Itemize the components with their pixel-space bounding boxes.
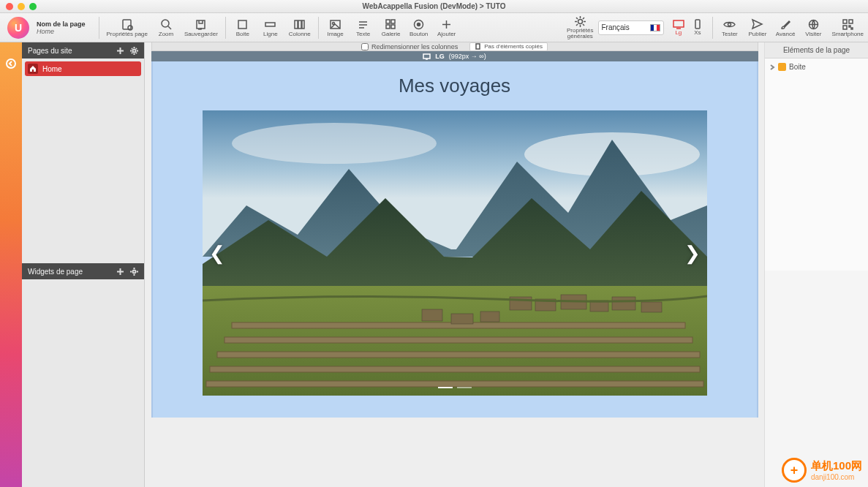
plus-icon[interactable] [116, 47, 124, 55]
widgets-panel-title: Widgets de page [28, 268, 83, 276]
toolbar-label: Image [328, 31, 344, 37]
save-button[interactable]: Sauvegarder [180, 14, 222, 42]
toolbar-label: Bouton [410, 31, 428, 37]
column-tool-button[interactable]: Colonne [284, 14, 315, 42]
clipboard-icon [475, 43, 481, 50]
breakpoint-name: LG [435, 53, 445, 60]
language-label: Français [602, 23, 630, 31]
zoom-button[interactable]: Zoom [152, 14, 180, 42]
svg-rect-61 [422, 309, 442, 321]
box-icon [236, 18, 249, 31]
qr-icon [842, 18, 854, 31]
svg-rect-26 [695, 20, 700, 29]
svg-rect-50 [217, 352, 700, 358]
toolbar-label: Tester [722, 31, 738, 37]
line-icon [264, 18, 276, 31]
page-properties-button[interactable]: Propriétés page [102, 14, 152, 42]
clipboard-label: Pas d'éléments copiés [484, 43, 543, 50]
collapse-sidebar-strip[interactable] [0, 42, 22, 487]
button-tool-button[interactable]: Bouton [405, 14, 433, 42]
svg-rect-58 [641, 302, 662, 312]
svg-point-40 [133, 270, 136, 273]
gallery-tool-button[interactable]: Galerie [377, 14, 405, 42]
svg-rect-49 [224, 337, 692, 343]
device-lg-button[interactable]: Lg [670, 19, 687, 36]
svg-rect-52 [206, 381, 703, 387]
toolbar-label: Ajouter [437, 31, 456, 37]
page-item-home[interactable]: Home [25, 61, 141, 76]
svg-rect-42 [423, 54, 430, 58]
watermark-logo-icon: + [782, 458, 807, 483]
pages-list: Home [22, 58, 144, 263]
clipboard-status[interactable]: Pas d'éléments copiés [469, 42, 548, 51]
test-button[interactable]: Tester [716, 14, 744, 42]
minimize-window-button[interactable] [18, 3, 25, 10]
text-tool-button[interactable]: Texte [350, 14, 377, 42]
eye-icon [723, 18, 736, 31]
box-tool-button[interactable]: Boite [229, 14, 257, 42]
svg-point-20 [418, 23, 420, 26]
add-tool-button[interactable]: Ajouter [433, 14, 461, 42]
slider-next-button[interactable]: ❯ [682, 238, 703, 268]
general-properties-button[interactable]: Propriétés générales [562, 14, 597, 42]
breakpoint-indicator[interactable]: LG (992px → ∞) [151, 51, 758, 61]
line-tool-button[interactable]: Ligne [257, 14, 284, 42]
toolbar-label: Avancé [776, 31, 796, 37]
svg-rect-29 [843, 20, 847, 23]
plus-icon[interactable] [116, 268, 124, 276]
publish-button[interactable]: Publier [744, 14, 771, 42]
hero-slider[interactable]: ❮ ❯ [203, 110, 707, 396]
svg-rect-5 [238, 20, 246, 29]
language-selector[interactable]: Français [598, 20, 664, 35]
page-name-value: Home [37, 28, 86, 35]
document-gear-icon [121, 18, 133, 31]
svg-rect-41 [476, 44, 480, 49]
elements-panel-header: Eléments de la page [765, 42, 868, 58]
svg-point-23 [578, 20, 582, 24]
slider-prev-button[interactable]: ❮ [207, 238, 227, 268]
gear-icon[interactable] [130, 268, 138, 276]
svg-point-46 [232, 123, 437, 164]
resize-columns-checkbox[interactable]: Redimensionner les colonnes [361, 43, 458, 50]
svg-rect-6 [265, 23, 275, 26]
close-window-button[interactable] [6, 3, 13, 10]
page-canvas[interactable]: Mes voyages [151, 61, 758, 418]
button-icon [412, 18, 425, 31]
desktop-icon [423, 53, 431, 60]
image-icon [329, 18, 341, 31]
svg-rect-57 [612, 297, 635, 310]
device-xs-button[interactable]: Xs [689, 19, 706, 36]
device-label: Xs [694, 29, 701, 36]
maximize-window-button[interactable] [29, 3, 37, 10]
window-titlebar: WebAcappella Fusion (DevMode) > TUTO [0, 0, 868, 13]
svg-rect-17 [386, 25, 390, 29]
app-logo[interactable]: U [7, 17, 29, 39]
svg-rect-18 [391, 25, 395, 29]
visit-button[interactable]: Visiter [799, 14, 827, 42]
svg-rect-8 [298, 20, 301, 29]
advanced-button[interactable]: Avancé [771, 14, 800, 42]
page-name-block: Nom de la page Home [37, 20, 86, 35]
svg-rect-24 [673, 20, 684, 27]
toolbar-label: Galerie [382, 31, 401, 37]
svg-line-3 [168, 26, 171, 29]
flag-france-icon [650, 24, 660, 31]
gear-icon[interactable] [130, 47, 138, 55]
slider-dots[interactable] [438, 387, 472, 388]
svg-rect-32 [849, 26, 850, 27]
box-icon [778, 63, 786, 71]
element-item-box[interactable]: Boite [769, 61, 864, 72]
text-icon [357, 18, 369, 31]
toolbar-label: Propriétés générales [567, 28, 593, 39]
smartphone-button[interactable]: Smartphone [827, 14, 868, 42]
page-name-label: Nom de la page [37, 20, 86, 28]
toolbar-label: Visiter [805, 31, 821, 37]
svg-rect-51 [210, 366, 700, 372]
image-tool-button[interactable]: Image [322, 14, 350, 42]
watermark-url: danji100.com [811, 473, 862, 481]
desktop-icon [673, 19, 684, 29]
toolbar-label: Boite [236, 31, 249, 37]
pages-panel-header: Pages du site [22, 42, 144, 58]
phone-icon [692, 19, 703, 29]
magnifier-icon [160, 18, 173, 31]
